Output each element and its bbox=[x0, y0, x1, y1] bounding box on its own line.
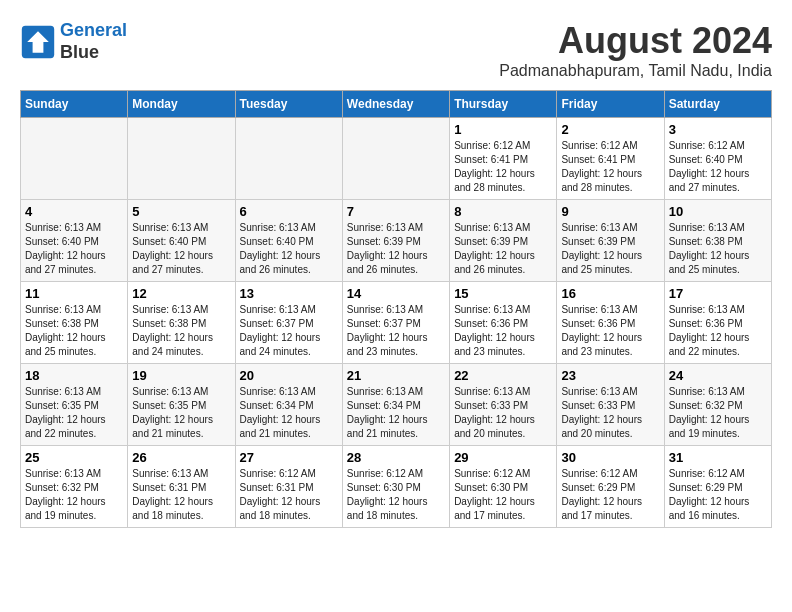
calendar-header-row: SundayMondayTuesdayWednesdayThursdayFrid… bbox=[21, 91, 772, 118]
calendar-cell: 30Sunrise: 6:12 AM Sunset: 6:29 PM Dayli… bbox=[557, 446, 664, 528]
calendar-cell: 11Sunrise: 6:13 AM Sunset: 6:38 PM Dayli… bbox=[21, 282, 128, 364]
calendar-cell: 6Sunrise: 6:13 AM Sunset: 6:40 PM Daylig… bbox=[235, 200, 342, 282]
calendar-cell: 15Sunrise: 6:13 AM Sunset: 6:36 PM Dayli… bbox=[450, 282, 557, 364]
day-info: Sunrise: 6:13 AM Sunset: 6:39 PM Dayligh… bbox=[454, 221, 552, 277]
day-number: 23 bbox=[561, 368, 659, 383]
day-number: 31 bbox=[669, 450, 767, 465]
day-header-friday: Friday bbox=[557, 91, 664, 118]
day-info: Sunrise: 6:13 AM Sunset: 6:38 PM Dayligh… bbox=[669, 221, 767, 277]
calendar-cell: 17Sunrise: 6:13 AM Sunset: 6:36 PM Dayli… bbox=[664, 282, 771, 364]
day-number: 12 bbox=[132, 286, 230, 301]
day-number: 11 bbox=[25, 286, 123, 301]
day-number: 2 bbox=[561, 122, 659, 137]
day-info: Sunrise: 6:12 AM Sunset: 6:29 PM Dayligh… bbox=[561, 467, 659, 523]
calendar-cell: 9Sunrise: 6:13 AM Sunset: 6:39 PM Daylig… bbox=[557, 200, 664, 282]
calendar-cell: 27Sunrise: 6:12 AM Sunset: 6:31 PM Dayli… bbox=[235, 446, 342, 528]
calendar-cell: 21Sunrise: 6:13 AM Sunset: 6:34 PM Dayli… bbox=[342, 364, 449, 446]
calendar-cell: 10Sunrise: 6:13 AM Sunset: 6:38 PM Dayli… bbox=[664, 200, 771, 282]
day-info: Sunrise: 6:13 AM Sunset: 6:38 PM Dayligh… bbox=[132, 303, 230, 359]
day-number: 27 bbox=[240, 450, 338, 465]
calendar-cell: 3Sunrise: 6:12 AM Sunset: 6:40 PM Daylig… bbox=[664, 118, 771, 200]
calendar-cell: 4Sunrise: 6:13 AM Sunset: 6:40 PM Daylig… bbox=[21, 200, 128, 282]
day-info: Sunrise: 6:13 AM Sunset: 6:32 PM Dayligh… bbox=[669, 385, 767, 441]
logo-line1: General bbox=[60, 20, 127, 40]
day-number: 29 bbox=[454, 450, 552, 465]
day-number: 24 bbox=[669, 368, 767, 383]
day-info: Sunrise: 6:12 AM Sunset: 6:41 PM Dayligh… bbox=[454, 139, 552, 195]
day-info: Sunrise: 6:13 AM Sunset: 6:32 PM Dayligh… bbox=[25, 467, 123, 523]
title-block: August 2024 Padmanabhapuram, Tamil Nadu,… bbox=[499, 20, 772, 80]
day-number: 28 bbox=[347, 450, 445, 465]
day-info: Sunrise: 6:13 AM Sunset: 6:38 PM Dayligh… bbox=[25, 303, 123, 359]
calendar-week-row: 4Sunrise: 6:13 AM Sunset: 6:40 PM Daylig… bbox=[21, 200, 772, 282]
logo: General Blue bbox=[20, 20, 127, 63]
day-info: Sunrise: 6:13 AM Sunset: 6:36 PM Dayligh… bbox=[669, 303, 767, 359]
calendar-cell: 20Sunrise: 6:13 AM Sunset: 6:34 PM Dayli… bbox=[235, 364, 342, 446]
calendar-cell: 12Sunrise: 6:13 AM Sunset: 6:38 PM Dayli… bbox=[128, 282, 235, 364]
day-number: 14 bbox=[347, 286, 445, 301]
day-header-thursday: Thursday bbox=[450, 91, 557, 118]
day-number: 10 bbox=[669, 204, 767, 219]
logo-line2: Blue bbox=[60, 42, 127, 64]
calendar-cell: 18Sunrise: 6:13 AM Sunset: 6:35 PM Dayli… bbox=[21, 364, 128, 446]
calendar-table: SundayMondayTuesdayWednesdayThursdayFrid… bbox=[20, 90, 772, 528]
day-number: 22 bbox=[454, 368, 552, 383]
day-number: 19 bbox=[132, 368, 230, 383]
page-header: General Blue August 2024 Padmanabhapuram… bbox=[20, 20, 772, 80]
day-number: 7 bbox=[347, 204, 445, 219]
day-header-sunday: Sunday bbox=[21, 91, 128, 118]
day-info: Sunrise: 6:13 AM Sunset: 6:35 PM Dayligh… bbox=[25, 385, 123, 441]
day-number: 16 bbox=[561, 286, 659, 301]
day-info: Sunrise: 6:13 AM Sunset: 6:36 PM Dayligh… bbox=[454, 303, 552, 359]
day-number: 3 bbox=[669, 122, 767, 137]
calendar-week-row: 18Sunrise: 6:13 AM Sunset: 6:35 PM Dayli… bbox=[21, 364, 772, 446]
logo-icon bbox=[20, 24, 56, 60]
day-number: 18 bbox=[25, 368, 123, 383]
day-number: 13 bbox=[240, 286, 338, 301]
calendar-cell: 24Sunrise: 6:13 AM Sunset: 6:32 PM Dayli… bbox=[664, 364, 771, 446]
day-number: 26 bbox=[132, 450, 230, 465]
day-info: Sunrise: 6:13 AM Sunset: 6:40 PM Dayligh… bbox=[132, 221, 230, 277]
day-info: Sunrise: 6:12 AM Sunset: 6:41 PM Dayligh… bbox=[561, 139, 659, 195]
calendar-cell: 31Sunrise: 6:12 AM Sunset: 6:29 PM Dayli… bbox=[664, 446, 771, 528]
calendar-week-row: 1Sunrise: 6:12 AM Sunset: 6:41 PM Daylig… bbox=[21, 118, 772, 200]
day-number: 9 bbox=[561, 204, 659, 219]
day-info: Sunrise: 6:12 AM Sunset: 6:30 PM Dayligh… bbox=[454, 467, 552, 523]
month-year: August 2024 bbox=[499, 20, 772, 62]
location: Padmanabhapuram, Tamil Nadu, India bbox=[499, 62, 772, 80]
day-number: 25 bbox=[25, 450, 123, 465]
calendar-cell: 28Sunrise: 6:12 AM Sunset: 6:30 PM Dayli… bbox=[342, 446, 449, 528]
calendar-cell bbox=[21, 118, 128, 200]
day-header-saturday: Saturday bbox=[664, 91, 771, 118]
calendar-cell: 1Sunrise: 6:12 AM Sunset: 6:41 PM Daylig… bbox=[450, 118, 557, 200]
calendar-cell: 7Sunrise: 6:13 AM Sunset: 6:39 PM Daylig… bbox=[342, 200, 449, 282]
day-info: Sunrise: 6:12 AM Sunset: 6:30 PM Dayligh… bbox=[347, 467, 445, 523]
day-info: Sunrise: 6:13 AM Sunset: 6:31 PM Dayligh… bbox=[132, 467, 230, 523]
day-info: Sunrise: 6:13 AM Sunset: 6:40 PM Dayligh… bbox=[25, 221, 123, 277]
day-number: 17 bbox=[669, 286, 767, 301]
calendar-cell: 29Sunrise: 6:12 AM Sunset: 6:30 PM Dayli… bbox=[450, 446, 557, 528]
day-info: Sunrise: 6:13 AM Sunset: 6:37 PM Dayligh… bbox=[347, 303, 445, 359]
calendar-cell: 2Sunrise: 6:12 AM Sunset: 6:41 PM Daylig… bbox=[557, 118, 664, 200]
calendar-cell bbox=[342, 118, 449, 200]
day-number: 4 bbox=[25, 204, 123, 219]
day-info: Sunrise: 6:13 AM Sunset: 6:39 PM Dayligh… bbox=[561, 221, 659, 277]
calendar-cell: 8Sunrise: 6:13 AM Sunset: 6:39 PM Daylig… bbox=[450, 200, 557, 282]
day-info: Sunrise: 6:13 AM Sunset: 6:40 PM Dayligh… bbox=[240, 221, 338, 277]
day-number: 6 bbox=[240, 204, 338, 219]
day-info: Sunrise: 6:12 AM Sunset: 6:40 PM Dayligh… bbox=[669, 139, 767, 195]
day-number: 20 bbox=[240, 368, 338, 383]
day-info: Sunrise: 6:12 AM Sunset: 6:29 PM Dayligh… bbox=[669, 467, 767, 523]
calendar-cell: 13Sunrise: 6:13 AM Sunset: 6:37 PM Dayli… bbox=[235, 282, 342, 364]
day-header-tuesday: Tuesday bbox=[235, 91, 342, 118]
day-info: Sunrise: 6:13 AM Sunset: 6:33 PM Dayligh… bbox=[454, 385, 552, 441]
logo-text: General Blue bbox=[60, 20, 127, 63]
calendar-cell: 25Sunrise: 6:13 AM Sunset: 6:32 PM Dayli… bbox=[21, 446, 128, 528]
day-number: 30 bbox=[561, 450, 659, 465]
day-info: Sunrise: 6:13 AM Sunset: 6:33 PM Dayligh… bbox=[561, 385, 659, 441]
day-info: Sunrise: 6:13 AM Sunset: 6:37 PM Dayligh… bbox=[240, 303, 338, 359]
day-header-monday: Monday bbox=[128, 91, 235, 118]
calendar-cell: 16Sunrise: 6:13 AM Sunset: 6:36 PM Dayli… bbox=[557, 282, 664, 364]
day-info: Sunrise: 6:12 AM Sunset: 6:31 PM Dayligh… bbox=[240, 467, 338, 523]
day-number: 5 bbox=[132, 204, 230, 219]
